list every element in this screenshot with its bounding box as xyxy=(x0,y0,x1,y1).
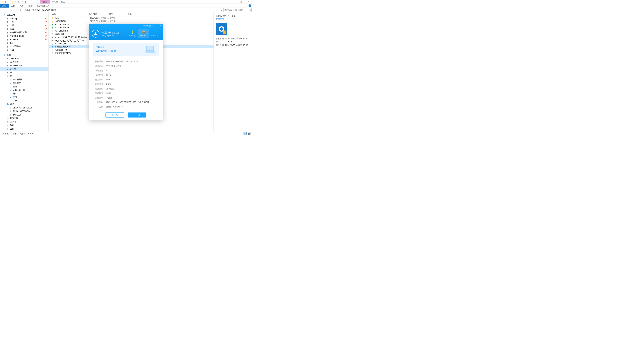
dropdown-icon[interactable]: ▾ xyxy=(21,0,24,3)
column-date[interactable]: 修改日期 xyxy=(87,13,107,16)
sidebar-network[interactable]: 🖧网络 xyxy=(0,102,48,106)
sidebar-item[interactable]: ▸OneDrive xyxy=(0,57,48,60)
dialog-nav-item[interactable]: 🔋启动U盘 xyxy=(127,29,138,38)
info-value: Microsoft Windows 10 企业版 64 位 xyxy=(106,60,138,63)
sidebar-libraries[interactable]: ▮库 xyxy=(0,74,48,78)
sidebar-files[interactable]: ▮文件 xyxy=(0,127,48,131)
search-input[interactable] xyxy=(224,9,250,11)
column-type[interactable]: 类型 xyxy=(107,13,126,16)
menu-icon[interactable]: ≡ xyxy=(152,24,154,27)
sidebar-item[interactable]: ▸视频 xyxy=(0,85,48,88)
sidebar-item[interactable]: ▸库 xyxy=(0,71,48,74)
next-button[interactable]: 下一步 xyxy=(128,112,146,117)
sidebar-item[interactable]: ▮图片 xyxy=(0,48,48,52)
details-value: 27.6 MB xyxy=(225,40,250,43)
sidebar-item[interactable]: 🖥PC-20190530OBLA xyxy=(0,109,48,113)
up-button[interactable]: ↑ xyxy=(14,8,18,12)
column-name[interactable]: 名称 ⌃ xyxy=(49,13,87,16)
dialog-contact-link[interactable]: 联系客服 xyxy=(144,24,151,27)
sidebar-item[interactable]: ▸WPS网盘 xyxy=(0,60,48,64)
sidebar-item[interactable]: ▮下载📌 xyxy=(0,20,48,24)
back-button[interactable]: ← xyxy=(1,8,5,12)
sidebar-desktop[interactable]: ■桌面 xyxy=(0,53,48,57)
sidebar-item[interactable]: ▮Bandicam📌 xyxy=(0,38,48,41)
info-row: 磁盘模式AHCI xyxy=(93,91,159,95)
details-view-button[interactable]: ☰ xyxy=(243,132,246,135)
sidebar-item[interactable]: ▸本机照片 xyxy=(0,81,48,85)
dialog-nav-item[interactable]: 🌐官方网址 xyxy=(149,29,160,38)
folder-small-icon[interactable]: ▮ xyxy=(11,0,14,3)
dialog-nav-item[interactable]: 📦一键装机 xyxy=(138,29,149,38)
search-box[interactable]: 🔍 xyxy=(224,8,252,12)
sidebar-item[interactable]: ▮YUNQISHI2019📌 xyxy=(0,34,48,38)
column-headers: 名称 ⌃ 修改日期 类型 大小 xyxy=(49,12,214,16)
file-type-icon: ▯ xyxy=(51,49,54,51)
crumb-drive[interactable]: 文档 (E:) xyxy=(32,8,40,11)
column-size[interactable]: 大小 xyxy=(126,13,139,16)
sidebar-item[interactable]: ▸天翼云盘下载 xyxy=(0,88,48,92)
crumb-folder[interactable]: Win7x64_2020 xyxy=(42,9,56,11)
file-row[interactable]: ▮Tools2020/12/25, 星期五 1...文件夹 xyxy=(49,16,214,20)
help-icon[interactable]: ? xyxy=(248,4,251,7)
minimize-icon[interactable]: ─ xyxy=(156,24,158,27)
recent-dropdown[interactable]: ▾ xyxy=(10,8,14,12)
sidebar-item[interactable]: ▮文档📌 xyxy=(0,24,48,27)
close-button[interactable]: ✕ xyxy=(245,0,252,4)
prev-button[interactable]: 上一步 xyxy=(106,112,124,117)
chevron-right-icon[interactable]: › xyxy=(40,9,42,11)
tab-share[interactable]: 共享 xyxy=(18,4,26,7)
crumb-pc[interactable]: 此电脑 xyxy=(24,8,30,11)
refresh-icon[interactable]: ↻ xyxy=(220,9,222,11)
sidebar-item[interactable]: ▸图片 xyxy=(0,92,48,95)
chevron-right-icon[interactable]: › xyxy=(31,9,32,11)
sidebar-item[interactable]: ▸Administrator xyxy=(0,64,48,67)
forward-button[interactable]: → xyxy=(5,8,9,12)
sidebar-item[interactable]: ▮excel表格制作求和📌 xyxy=(0,31,48,34)
info-label: 分区形式 xyxy=(93,78,103,81)
sidebar-item[interactable]: ▸此电脑 xyxy=(0,67,48,71)
icons-view-button[interactable]: ▦ xyxy=(247,132,250,135)
disc-icon[interactable]: ◉ xyxy=(18,0,20,3)
sidebar-item[interactable]: 🖥DESKTOP-LSSOEDP xyxy=(0,106,48,109)
info-row: 处理器英特尔(R) Xeon(R) CPU E5-2670 v2 @ 2.50G… xyxy=(93,100,159,105)
tab-app-tools[interactable]: 应用程序工具 xyxy=(35,4,52,7)
search-icon[interactable]: 🔍 xyxy=(250,9,252,11)
sidebar-software[interactable]: ▮软件 xyxy=(0,124,48,127)
nav-icon: 🌐 xyxy=(149,30,160,34)
sidebar-item[interactable]: ▮win7重装win7 xyxy=(0,45,48,48)
network-icon: 🖧 xyxy=(6,103,9,106)
chevron-right-icon[interactable]: › xyxy=(23,9,24,11)
sidebar-item-label: 本机照片 xyxy=(13,82,21,84)
address-dropdown-icon[interactable]: ▾ xyxy=(218,9,220,11)
details-subtitle: 应用程序 xyxy=(216,18,250,21)
folder-icon: ▮ xyxy=(6,31,9,34)
sidebar-item[interactable]: ▸文档 xyxy=(0,95,48,99)
sidebar-item[interactable]: ▮Desktop📌 xyxy=(0,16,48,20)
info-label: 分区格式 xyxy=(93,74,103,77)
sidebar-quick-access[interactable]: ★快速访问 xyxy=(0,13,48,16)
ribbon-collapse-icon[interactable]: ⌃ xyxy=(246,4,248,7)
sidebar-item[interactable]: ▸音乐 xyxy=(0,99,48,102)
file-tab[interactable]: 文件 xyxy=(0,4,9,7)
close-x-icon[interactable]: ✕ xyxy=(14,0,17,3)
sidebar-control-panel[interactable]: ⚙控制面板 xyxy=(0,116,48,120)
sidebar-recycle-bin[interactable]: 🗑回收站 xyxy=(0,120,48,124)
check-icon[interactable]: ✓ xyxy=(8,0,10,3)
minimize-button[interactable]: ─ xyxy=(230,0,237,4)
pin-icon: 📌 xyxy=(45,38,47,40)
tab-home[interactable]: 主页 xyxy=(9,4,18,7)
tab-view[interactable]: 查看 xyxy=(26,4,35,7)
close-icon[interactable]: ✕ xyxy=(160,24,162,27)
info-row: 系统语言中文 (简体，中国) xyxy=(93,64,159,68)
pc-icon: 🖥 xyxy=(9,113,12,116)
sidebar-item[interactable]: ▸保存的图片 xyxy=(0,78,48,81)
details-label: 创建日期: xyxy=(216,44,225,47)
info-row: 启动方式BIOS xyxy=(93,82,159,86)
sidebar-item[interactable]: 🖥ZMT2019 xyxy=(0,113,48,116)
file-row[interactable]: ▮U盘安装教程2020/12/25, 星期五 1...文件夹 xyxy=(49,20,214,23)
sidebar-item[interactable]: ▮G:\ xyxy=(0,41,48,45)
breadcrumb[interactable]: 🖥 › 此电脑 › 文档 (E:) › Win7x64_2020 ▾ ↻ xyxy=(18,8,223,12)
sidebar-item[interactable]: ▮图片📌 xyxy=(0,27,48,31)
item-icon: ▸ xyxy=(9,78,12,81)
maximize-button[interactable]: ▢ xyxy=(237,0,245,4)
